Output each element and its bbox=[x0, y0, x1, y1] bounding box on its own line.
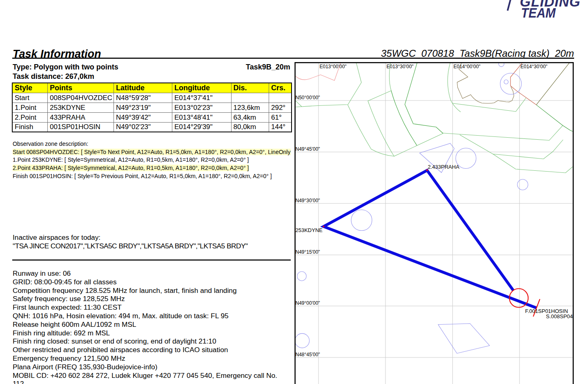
svg-text:N49°00'00": N49°00'00" bbox=[296, 300, 320, 306]
svg-text:N48°45'00": N48°45'00" bbox=[296, 352, 320, 357]
svg-text:E014°30'00": E014°30'00" bbox=[521, 64, 548, 69]
svg-text:253KDYNE: 253KDYNE bbox=[296, 227, 323, 233]
svg-text:E013°00'00": E013°00'00" bbox=[320, 64, 347, 69]
svg-text:E014°00'00": E014°00'00" bbox=[454, 64, 481, 69]
svg-text:2.433PRAHA: 2.433PRAHA bbox=[428, 164, 460, 170]
svg-text:E013°30'00": E013°30'00" bbox=[387, 64, 414, 69]
svg-text:N50°00'00": N50°00'00" bbox=[296, 95, 320, 100]
svg-text:S.008SP04HVOZDEC: S.008SP04HVOZDEC bbox=[546, 313, 588, 319]
svg-text:N49°30'00": N49°30'00" bbox=[296, 198, 320, 203]
svg-text:N49°45'00": N49°45'00" bbox=[296, 146, 320, 152]
svg-text:N49°15'00": N49°15'00" bbox=[296, 249, 320, 255]
